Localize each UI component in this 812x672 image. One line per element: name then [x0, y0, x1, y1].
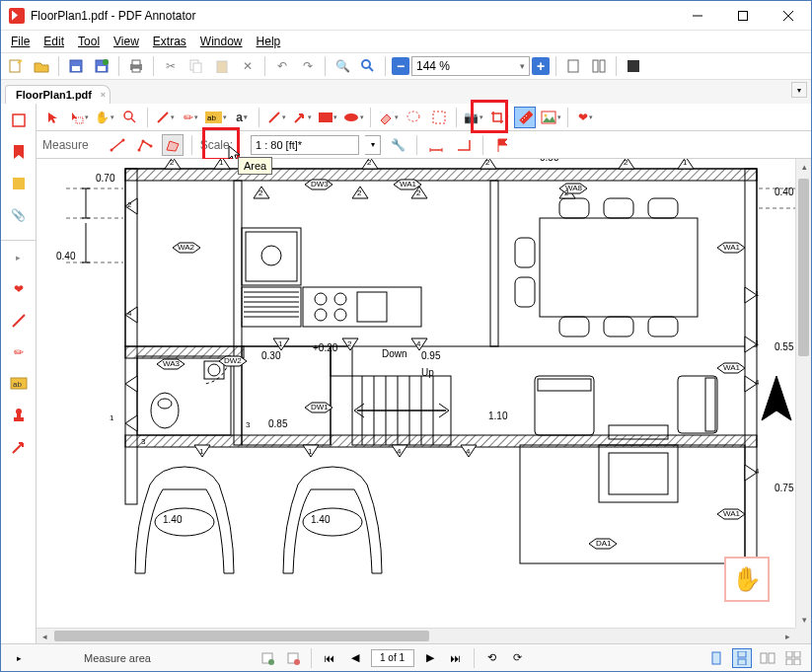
select-rect-tool[interactable]: [68, 107, 90, 128]
prev-page-button[interactable]: ◀: [345, 648, 365, 668]
fullscreen-button[interactable]: [623, 55, 644, 77]
thumbnails-tab-icon[interactable]: [8, 110, 30, 131]
measure-extra-1[interactable]: [425, 134, 447, 156]
pen-tool-icon[interactable]: [8, 310, 30, 332]
zoom-tool[interactable]: [119, 107, 141, 128]
svg-point-65: [158, 399, 172, 409]
crop-tool[interactable]: [488, 107, 510, 128]
page-input[interactable]: [371, 649, 414, 667]
marker-tool-icon[interactable]: ✏: [8, 341, 30, 363]
last-page-button[interactable]: ⏭: [446, 648, 466, 668]
redo-button[interactable]: ↷: [297, 55, 319, 77]
favorites-icon[interactable]: ❤: [8, 278, 30, 300]
svg-point-30: [124, 112, 132, 119]
menu-window[interactable]: Window: [194, 33, 249, 50]
find-button[interactable]: 🔍: [332, 55, 353, 77]
undo-button[interactable]: ↶: [271, 55, 293, 77]
nav-back-button[interactable]: ⟲: [482, 648, 502, 668]
attachments-tab-icon[interactable]: 📎: [8, 204, 30, 226]
menu-file[interactable]: File: [5, 33, 36, 50]
toolbox-expand-icon[interactable]: ▸: [8, 247, 30, 268]
notes-tab-icon[interactable]: [8, 173, 30, 194]
menu-help[interactable]: Help: [251, 33, 287, 50]
print-button[interactable]: [125, 55, 147, 77]
hand-floating-button[interactable]: ✋: [724, 557, 770, 602]
app-window: FloorPlan1.pdf - PDF Annotator File Edit…: [0, 0, 812, 672]
zoom-in-button[interactable]: +: [532, 57, 550, 75]
menu-tool[interactable]: Tool: [72, 33, 106, 50]
layout-continuous-button[interactable]: [732, 648, 752, 668]
scale-settings-button[interactable]: 🔧: [387, 134, 408, 156]
image-tool[interactable]: [540, 107, 561, 128]
arrow-annotation-tool[interactable]: [291, 107, 313, 128]
menu-view[interactable]: View: [108, 33, 145, 50]
status-tool-2[interactable]: [283, 648, 303, 668]
paste-button[interactable]: [211, 55, 233, 77]
measure-perimeter-button[interactable]: [134, 134, 156, 156]
page-mode-button-1[interactable]: [562, 55, 584, 77]
minimize-button[interactable]: [675, 1, 720, 31]
svg-rect-109: [705, 378, 715, 431]
v-scroll-thumb[interactable]: [798, 179, 809, 356]
tab-close-icon[interactable]: ×: [101, 90, 106, 100]
save-as-button[interactable]: [91, 55, 112, 77]
first-page-button[interactable]: ⏮: [320, 648, 339, 668]
menu-extras[interactable]: Extras: [147, 33, 192, 50]
h-scroll-thumb[interactable]: [54, 631, 429, 641]
tabs-dropdown[interactable]: ▾: [791, 82, 807, 98]
marker-tool[interactable]: ✏: [180, 107, 201, 128]
new-button[interactable]: [5, 55, 27, 77]
search-button[interactable]: [357, 55, 379, 77]
cut-button[interactable]: ✂: [160, 55, 182, 77]
maximize-button[interactable]: [720, 1, 766, 31]
layout-two-continuous-button[interactable]: [783, 648, 803, 668]
horizontal-scrollbar[interactable]: ◂ ▸: [37, 628, 795, 643]
measure-extra-2[interactable]: [453, 134, 475, 156]
svg-point-48: [121, 138, 124, 141]
svg-point-49: [137, 148, 140, 151]
select-tool[interactable]: [42, 107, 64, 128]
stamp-tool-icon[interactable]: [8, 405, 30, 426]
measure-flag-button[interactable]: [491, 134, 513, 156]
status-tool-1[interactable]: [258, 648, 277, 668]
measure-distance-button[interactable]: [107, 134, 128, 156]
rectangle-tool[interactable]: [317, 107, 338, 128]
bookmarks-tab-icon[interactable]: [8, 141, 30, 163]
ellipse-tool[interactable]: [342, 107, 364, 128]
zoom-combo[interactable]: 144 %▾: [411, 56, 530, 76]
nav-fwd-button[interactable]: ⟳: [508, 648, 528, 668]
line-tool[interactable]: [265, 107, 287, 128]
next-page-button[interactable]: ▶: [420, 648, 440, 668]
measure-tool[interactable]: [514, 107, 536, 128]
document-tab-active[interactable]: FloorPlan1.pdf×: [5, 85, 111, 104]
delete-button[interactable]: ✕: [237, 55, 258, 77]
scale-dropdown[interactable]: ▾: [365, 135, 381, 155]
pan-tool[interactable]: ✋: [94, 107, 115, 128]
eraser-tool[interactable]: [377, 107, 399, 128]
arrow-tool-icon[interactable]: [8, 436, 30, 458]
snapshot-tool[interactable]: 📷: [463, 107, 484, 128]
pen-tool[interactable]: [154, 107, 176, 128]
open-button[interactable]: [31, 55, 52, 77]
layout-single-button[interactable]: [706, 648, 726, 668]
text-box-tool[interactable]: ab: [205, 107, 227, 128]
erase-rect-tool[interactable]: [428, 107, 450, 128]
text-tool[interactable]: a: [231, 107, 253, 128]
vertical-scrollbar[interactable]: ▴ ▾: [795, 159, 811, 628]
menu-edit[interactable]: Edit: [37, 33, 70, 50]
scale-input[interactable]: 1 : 80 [ft]*: [251, 135, 359, 155]
page-mode-button-2[interactable]: [588, 55, 610, 77]
pdf-canvas[interactable]: 0.70 0.40 0.50 0.40 0.55 0.75 0.30 0.85 …: [37, 159, 795, 628]
status-panel-toggle[interactable]: ▸: [9, 648, 29, 668]
measure-area-button[interactable]: [162, 134, 184, 156]
text-tool-icon[interactable]: ab: [8, 373, 30, 395]
close-button[interactable]: [766, 1, 811, 31]
layout-two-page-button[interactable]: [758, 648, 777, 668]
menubar: File Edit Tool View Extras Window Help: [1, 31, 811, 52]
copy-button[interactable]: [185, 55, 207, 77]
lasso-erase-tool[interactable]: [403, 107, 424, 128]
favorites-tool[interactable]: ❤: [574, 107, 596, 128]
svg-rect-6: [72, 66, 80, 71]
zoom-out-button[interactable]: −: [392, 57, 409, 75]
save-button[interactable]: [65, 55, 87, 77]
